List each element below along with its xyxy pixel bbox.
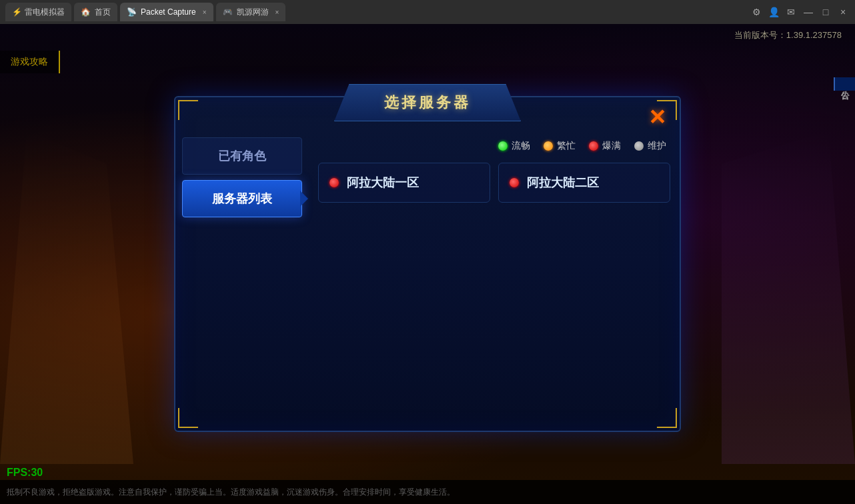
status-full: 爆满 — [589, 140, 621, 152]
server1-status-dot — [329, 178, 339, 187]
maintenance-dot — [634, 141, 644, 151]
home-icon: 🏠 — [81, 7, 91, 17]
server-list-grid: 阿拉大陆一区 阿拉大陆二区 — [315, 160, 673, 205]
mail-btn[interactable]: ✉ — [784, 5, 798, 19]
server2-name: 阿拉大陆二区 — [527, 175, 599, 191]
busy-label: 繁忙 — [557, 140, 576, 152]
tab-emulator[interactable]: ⚡ 雷电模拟器 — [5, 3, 71, 21]
maintenance-label: 维护 — [648, 140, 666, 152]
full-label: 爆满 — [602, 140, 621, 152]
server1-name: 阿拉大陆一区 — [347, 175, 419, 191]
corner-decoration-bl — [178, 408, 198, 428]
modal-overlay: 选择服务器 ✕ 已有角色 服务器列表 — [0, 24, 855, 504]
dialog-title: 选择服务器 — [384, 93, 471, 113]
minimize-btn[interactable]: — — [802, 5, 815, 19]
dialog-close-button[interactable]: ✕ — [642, 103, 672, 132]
tab-game[interactable]: 🎮 凯源网游 × — [216, 3, 286, 21]
server-item-2[interactable]: 阿拉大陆二区 — [498, 163, 670, 203]
maximize-btn[interactable]: □ — [819, 5, 832, 19]
server2-status-dot — [510, 178, 519, 187]
dialog-title-area: 选择服务器 — [334, 84, 521, 121]
settings-btn[interactable]: ⚙ — [750, 5, 763, 19]
tab-home[interactable]: 🏠 首页 — [74, 3, 117, 21]
busy-dot — [544, 141, 553, 151]
corner-decoration-tl — [178, 100, 198, 120]
tab-game-close[interactable]: × — [275, 9, 279, 16]
status-maintenance: 维护 — [634, 140, 666, 152]
dialog-right-panel: 流畅 繁忙 爆满 维护 — [309, 131, 680, 431]
status-busy: 繁忙 — [544, 140, 576, 152]
tab-packet-close[interactable]: × — [203, 9, 207, 16]
server-item-1[interactable]: 阿拉大陆一区 — [318, 163, 490, 203]
server-list-button[interactable]: 服务器列表 — [182, 180, 302, 217]
existing-chars-label: 已有角色 — [218, 148, 266, 164]
game-icon: 🎮 — [223, 7, 233, 17]
status-legend: 流畅 繁忙 爆满 维护 — [315, 137, 673, 155]
browser-chrome: ⚡ 雷电模拟器 🏠 首页 📡 Packet Capture × 🎮 凯源网游 ×… — [0, 0, 855, 24]
browser-controls: ⚙ 👤 ✉ — □ × — [750, 5, 850, 19]
tab-emulator-label: 雷电模拟器 — [25, 7, 65, 18]
full-dot — [589, 141, 598, 151]
dialog-content: 已有角色 服务器列表 流畅 — [175, 131, 680, 431]
tab-game-label: 凯源网游 — [237, 7, 269, 18]
existing-chars-button[interactable]: 已有角色 — [182, 137, 302, 175]
packet-icon: 📡 — [127, 7, 137, 17]
user-btn[interactable]: 👤 — [767, 5, 780, 19]
dialog-sidebar: 已有角色 服务器列表 — [175, 131, 309, 431]
corner-decoration-br — [657, 408, 677, 428]
game-area: 当前版本号：1.39.1.237578 游戏攻略 公告 选择服务器 ✕ — [0, 24, 855, 504]
smooth-dot — [498, 141, 508, 151]
tab-packet-capture[interactable]: 📡 Packet Capture × — [120, 3, 213, 21]
window-close-btn[interactable]: × — [836, 5, 850, 19]
smooth-label: 流畅 — [512, 140, 530, 152]
status-smooth: 流畅 — [498, 140, 530, 152]
tab-home-label: 首页 — [95, 7, 111, 18]
server-list-label: 服务器列表 — [212, 191, 272, 207]
server-select-dialog: 选择服务器 ✕ 已有角色 服务器列表 — [174, 96, 681, 432]
close-icon: ✕ — [648, 107, 666, 128]
emulator-icon: ⚡ — [12, 7, 22, 17]
tab-packet-label: Packet Capture — [141, 7, 196, 17]
